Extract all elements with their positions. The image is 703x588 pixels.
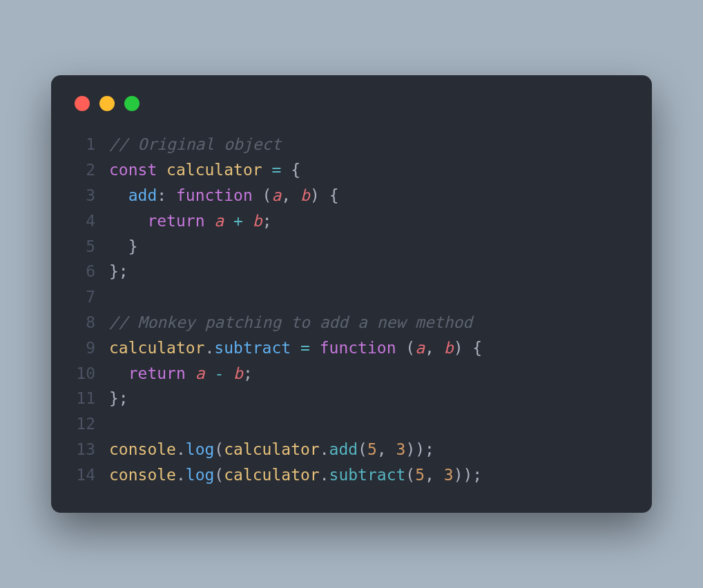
code-token: = xyxy=(300,339,310,357)
code-token xyxy=(243,212,253,230)
code-line: 14console.log(calculator.subtract(5, 3))… xyxy=(72,462,631,488)
code-token: a xyxy=(271,186,281,204)
code-token xyxy=(224,212,233,230)
code-token xyxy=(320,186,329,204)
minimize-icon[interactable] xyxy=(99,96,115,111)
code-token: 3 xyxy=(396,440,406,458)
line-number: 8 xyxy=(72,310,109,335)
code-token: , xyxy=(425,339,434,357)
code-token xyxy=(291,339,300,357)
code-token: console xyxy=(109,440,176,458)
line-number: 14 xyxy=(72,462,109,488)
code-token: function xyxy=(320,339,396,357)
code-token: + xyxy=(233,212,243,230)
code-token xyxy=(186,364,195,382)
code-token: ( xyxy=(214,440,224,458)
code-token: = xyxy=(271,161,281,179)
code-token: a xyxy=(195,364,205,382)
code-token: { xyxy=(291,161,300,179)
code-content: // Original object xyxy=(109,132,281,157)
code-token xyxy=(463,339,473,357)
code-token: function xyxy=(176,186,253,204)
code-token: , xyxy=(377,440,387,458)
code-token: subtract xyxy=(214,339,291,357)
code-line: 12 xyxy=(72,411,631,437)
line-number: 11 xyxy=(72,386,109,411)
code-token: // Original object xyxy=(109,135,281,153)
code-content: const calculator = { xyxy=(109,157,300,183)
code-editor[interactable]: 1// Original object2const calculator = {… xyxy=(72,132,631,487)
code-token: - xyxy=(214,364,224,382)
code-token: . xyxy=(176,466,186,484)
code-token: )); xyxy=(405,440,434,458)
code-content: return a - b; xyxy=(109,361,253,386)
code-token: 5 xyxy=(367,440,377,458)
code-token: , xyxy=(281,186,291,204)
code-token: . xyxy=(204,339,214,357)
code-token: ; xyxy=(262,212,272,230)
code-token: b xyxy=(300,186,310,204)
code-token xyxy=(387,440,396,458)
code-token: ) xyxy=(454,339,463,357)
code-token xyxy=(204,212,214,230)
code-token xyxy=(434,466,444,484)
code-token: add xyxy=(329,440,358,458)
line-number: 5 xyxy=(72,234,109,259)
code-token: ) xyxy=(310,186,320,204)
line-number: 10 xyxy=(72,361,109,386)
code-line: 4 return a + b; xyxy=(72,208,631,234)
code-token xyxy=(109,212,147,230)
code-token: const xyxy=(109,161,157,179)
code-token: subtract xyxy=(329,466,406,484)
code-token xyxy=(281,161,291,179)
line-number: 3 xyxy=(72,183,109,208)
code-content: calculator.subtract = function (a, b) { xyxy=(109,335,482,361)
line-number: 2 xyxy=(72,157,109,183)
code-line: 7 xyxy=(72,284,631,310)
code-token: calculator xyxy=(166,161,262,179)
code-content: add: function (a, b) { xyxy=(109,183,338,208)
code-token: ( xyxy=(262,186,272,204)
code-content: // Monkey patching to add a new method xyxy=(109,310,472,335)
code-token: ( xyxy=(358,440,367,458)
line-number: 1 xyxy=(72,132,109,157)
code-token: return xyxy=(147,212,204,230)
code-token: b xyxy=(233,364,243,382)
code-window: 1// Original object2const calculator = {… xyxy=(51,75,652,512)
code-token xyxy=(224,364,233,382)
code-token: { xyxy=(472,339,482,357)
code-token xyxy=(253,186,262,204)
code-token: calculator xyxy=(109,339,204,357)
code-token: b xyxy=(253,212,262,230)
close-icon[interactable] xyxy=(75,96,90,111)
code-token: } xyxy=(128,237,138,255)
code-token: }; xyxy=(109,389,128,407)
code-token xyxy=(166,186,176,204)
code-token xyxy=(396,339,405,357)
code-token: log xyxy=(186,466,215,484)
code-content: return a + b; xyxy=(109,208,272,234)
code-line: 10 return a - b; xyxy=(72,361,631,386)
code-line: 11}; xyxy=(72,386,631,411)
code-token xyxy=(291,186,300,204)
line-number: 9 xyxy=(72,335,109,361)
code-line: 2const calculator = { xyxy=(72,157,631,183)
code-token: )); xyxy=(454,466,483,484)
code-content: }; xyxy=(109,386,128,411)
code-line: 8// Monkey patching to add a new method xyxy=(72,310,631,335)
code-token xyxy=(310,339,320,357)
maximize-icon[interactable] xyxy=(124,96,139,111)
code-token: return xyxy=(128,364,186,382)
code-token: ( xyxy=(214,466,224,484)
code-content xyxy=(109,411,119,437)
code-token: a xyxy=(214,212,224,230)
code-token: ( xyxy=(405,339,415,357)
code-token: , xyxy=(425,466,434,484)
code-content: console.log(calculator.subtract(5, 3)); xyxy=(109,462,482,488)
code-token xyxy=(109,364,128,382)
code-token xyxy=(109,237,128,255)
code-content: console.log(calculator.add(5, 3)); xyxy=(109,437,434,462)
code-token: . xyxy=(320,440,329,458)
code-token: ( xyxy=(405,466,415,484)
code-token: . xyxy=(176,440,186,458)
